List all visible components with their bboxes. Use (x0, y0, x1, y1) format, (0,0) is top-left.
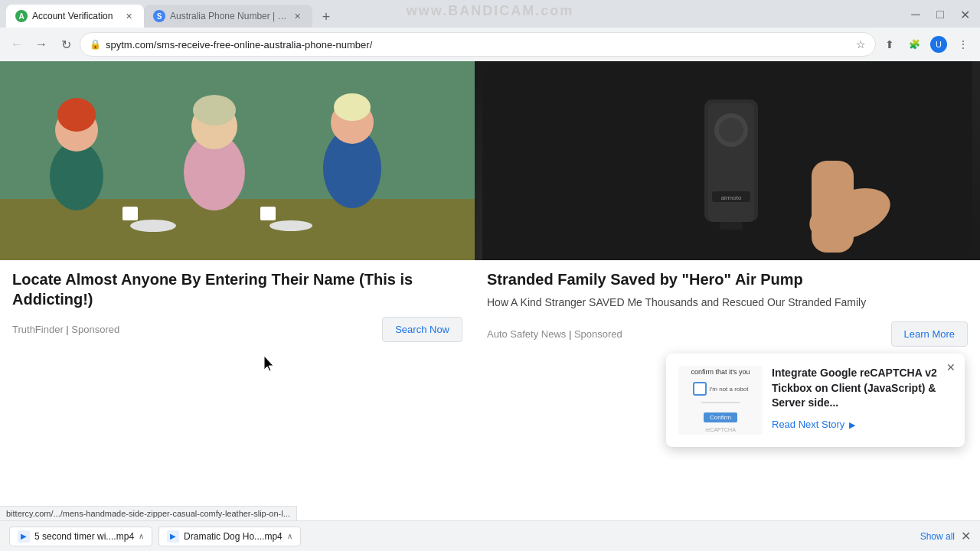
forward-button[interactable]: → (31, 34, 52, 55)
address-bar[interactable]: 🔒 spytm.com/sms-receive-free-online-aust… (80, 32, 876, 57)
popup-read-next-link[interactable]: Read Next Story ▶ (772, 419, 855, 430)
ad-left-title: Locate Almost Anyone By Entering Their N… (0, 260, 475, 312)
window-controls: ─ □ ✕ (906, 5, 974, 27)
maximize-button[interactable]: □ (931, 5, 949, 24)
cursor (264, 356, 273, 371)
show-all-button[interactable]: Show all (920, 531, 955, 542)
download-chevron-1[interactable]: ∧ (139, 532, 144, 540)
svg-text:airmoto: airmoto (721, 194, 742, 201)
ad-right-source: Auto Safety News | Sponsored (487, 328, 622, 340)
new-tab-button[interactable]: + (315, 6, 337, 28)
ad-left-image (0, 61, 475, 260)
captcha-label: confirm that it's you (691, 368, 750, 376)
svg-point-13 (130, 220, 176, 232)
captcha-checkbox (693, 382, 707, 396)
svg-point-4 (57, 98, 96, 132)
back-button[interactable]: ← (6, 34, 28, 55)
tab1-favicon: A (15, 10, 28, 22)
close-download-bar-button[interactable]: ✕ (961, 529, 971, 543)
svg-point-21 (719, 118, 743, 142)
tab2-favicon: S (153, 10, 165, 22)
ad-right-description: How A Kind Stranger SAVED Me Thousands a… (475, 292, 980, 317)
popup-arrow-icon: ▶ (849, 420, 855, 429)
page-content: Locate Almost Anyone By Entering Their N… (0, 61, 980, 523)
tab2-close-button[interactable]: ✕ (291, 10, 303, 22)
svg-point-14 (270, 220, 312, 231)
popup-content: Integrate Google reCAPTCHA v2 Tickbox on… (772, 366, 952, 431)
nav-bar: ← → ↻ 🔒 spytm.com/sms-receive-free-onlin… (0, 28, 980, 61)
popup-thumbnail: confirm that it's you I'm not a robot Co… (678, 366, 763, 435)
download-filename-2: Dramatic Dog Ho....mp4 (184, 531, 283, 542)
ad-left-source: TruthFinder | Sponsored (12, 324, 119, 335)
download-bar: ▶ 5 second timer wi....mp4 ∧ ▶ Dramatic … (0, 520, 980, 551)
reload-button[interactable]: ↻ (55, 34, 77, 55)
address-lock-icon: 🔒 (90, 39, 101, 50)
women-tea-scene (0, 61, 475, 260)
ad-left-footer: TruthFinder | Sponsored Search Now (0, 312, 475, 351)
captcha-mockup: confirm that it's you I'm not a robot Co… (678, 366, 763, 435)
download-filename-1: 5 second timer wi....mp4 (34, 531, 134, 542)
browser-chrome: A Account Verification ✕ S Australia Pho… (0, 0, 980, 61)
air-pump-scene: airmoto (475, 61, 980, 260)
minimize-button[interactable]: ─ (906, 5, 925, 24)
ad-right-image: airmoto (475, 61, 980, 260)
title-bar: A Account Verification ✕ S Australia Pho… (0, 0, 980, 28)
svg-point-10 (334, 93, 371, 121)
popup-title: Integrate Google reCAPTCHA v2 Tickbox on… (772, 366, 952, 411)
ad-right-title: Stranded Family Saved by "Hero" Air Pump (475, 260, 980, 292)
nav-icons-right: ⬆ 🧩 U ⋮ (879, 34, 974, 55)
tab1-label: Account Verification (32, 11, 122, 21)
share-button[interactable]: ⬆ (879, 34, 900, 55)
profile-button[interactable]: U (928, 34, 949, 55)
menu-button[interactable]: ⋮ (952, 34, 974, 55)
ad-left-cta-button[interactable]: Search Now (382, 317, 462, 342)
svg-point-2 (50, 142, 103, 210)
close-window-button[interactable]: ✕ (956, 5, 974, 24)
download-chevron-2[interactable]: ∧ (287, 532, 292, 540)
svg-rect-11 (122, 207, 138, 220)
popup-close-button[interactable]: ✕ (943, 360, 959, 375)
ad-right-cta-button[interactable]: Learn More (891, 321, 968, 347)
captcha-confirm-button: Confirm (704, 412, 737, 422)
ad-right-footer: Auto Safety News | Sponsored Learn More (475, 317, 980, 356)
svg-rect-24 (720, 222, 743, 230)
download-item-1[interactable]: ▶ 5 second timer wi....mp4 ∧ (9, 527, 152, 546)
svg-rect-12 (260, 207, 276, 220)
recaptcha-logo: reCAPTCHA (705, 427, 736, 432)
ad-left: Locate Almost Anyone By Entering Their N… (0, 61, 475, 356)
address-text: spytm.com/sms-receive-free-online-austra… (106, 39, 851, 51)
tabs-area: A Account Verification ✕ S Australia Pho… (6, 5, 906, 28)
ads-container: Locate Almost Anyone By Entering Their N… (0, 61, 980, 356)
tab1-close-button[interactable]: ✕ (122, 10, 135, 22)
tab-account-verification[interactable]: A Account Verification ✕ (6, 5, 144, 28)
download-icon-2: ▶ (167, 530, 179, 543)
tab-australia-phone[interactable]: S Australia Phone Number | Recei... ✕ (144, 5, 312, 28)
ad-right: airmoto Stranded Family Saved by "Hero" … (475, 61, 980, 356)
captcha-text: I'm not a robot (710, 386, 749, 393)
download-icon-1: ▶ (18, 530, 30, 543)
svg-rect-17 (812, 161, 854, 253)
tab2-label: Australia Phone Number | Recei... (170, 11, 291, 21)
svg-point-7 (193, 95, 236, 126)
extensions-button[interactable]: 🧩 (903, 34, 925, 55)
download-item-2[interactable]: ▶ Dramatic Dog Ho....mp4 ∧ (158, 527, 301, 546)
popup-overlay: ✕ confirm that it's you I'm not a robot … (666, 354, 965, 447)
status-url: bittercy.com/.../mens-handmade-side-zipp… (0, 506, 297, 520)
popup-inner: confirm that it's you I'm not a robot Co… (666, 354, 965, 447)
bookmark-icon[interactable]: ☆ (856, 38, 866, 51)
